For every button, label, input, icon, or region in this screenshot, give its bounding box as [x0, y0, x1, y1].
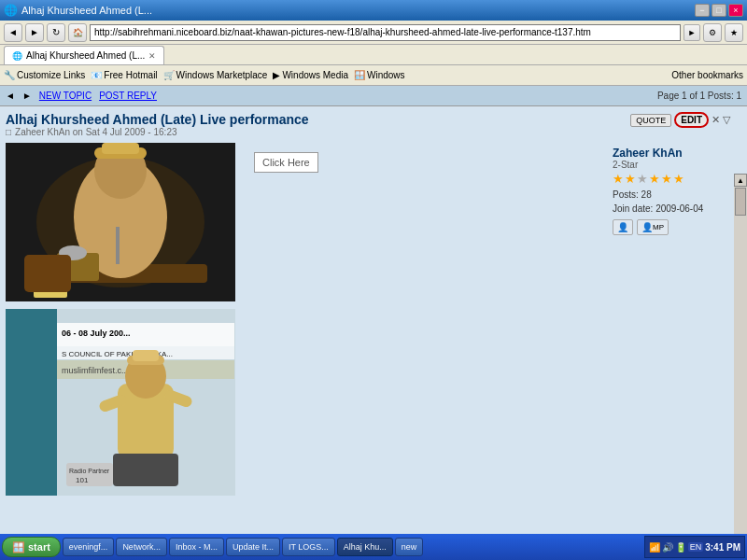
back-button[interactable]: ◄ [4, 23, 22, 42]
browser-icon: 🌐 [4, 4, 18, 17]
join-label: Join date: [613, 203, 653, 214]
quote-button[interactable]: QUOTE [630, 114, 671, 127]
browser-tab-active[interactable]: 🌐 Alhaj Khursheed Ahmed (L... ✕ [4, 46, 164, 64]
user-actions: 👤 👤MP [613, 219, 726, 235]
post-meta-icon: □ [6, 127, 11, 137]
minimize-button[interactable]: − [695, 4, 710, 17]
bookmark-label: Windows Marketplace [176, 70, 268, 80]
window-title: Alhaj Khursheed Ahmed (L... [21, 5, 695, 16]
post-images: naat [6, 143, 235, 496]
click-here-box[interactable]: Click Here [254, 152, 318, 173]
bookmark-icon: 🪟 [354, 70, 365, 80]
taskbar-item-0[interactable]: eveningf... [63, 538, 115, 556]
bookmark-windows[interactable]: 🪟 Windows [354, 70, 405, 80]
svg-rect-27 [113, 454, 178, 486]
start-label: start [28, 541, 50, 553]
prev-page-arrow[interactable]: ◄ [6, 91, 15, 101]
post-main: naat [6, 143, 609, 496]
taskbar-item-3[interactable]: Update It... [226, 538, 280, 556]
svg-rect-13 [6, 309, 62, 496]
profile-button[interactable]: 👤 [613, 219, 633, 235]
post-meta-text: Zaheer KhAn on Sat 4 Jul 2009 - 16:23 [15, 127, 176, 137]
bookmark-label: Windows Media [282, 70, 348, 80]
edit-button[interactable]: EDIT [674, 112, 709, 128]
user-rank: 2-Star [613, 160, 726, 170]
new-topic-link[interactable]: NEW TOPIC [39, 91, 92, 101]
bookmark-label: Free Hotmail [104, 70, 157, 80]
start-icon: 🪟 [12, 541, 25, 553]
star-4: ★ [649, 172, 660, 186]
post-header: Alhaj Khursheed Ahmed (Late) Live perfor… [6, 112, 730, 137]
taskbar: 🪟 start eveningf... Network... Inbox - M… [0, 534, 747, 560]
concert-image-1: naat [6, 143, 235, 301]
close-button[interactable]: × [728, 4, 743, 17]
bookmark-label: Windows [367, 70, 405, 80]
next-page-arrow[interactable]: ► [22, 91, 32, 101]
bookmark-media[interactable]: ▶ Windows Media [273, 70, 348, 80]
svg-rect-28 [66, 463, 113, 486]
posts-count: 28 [641, 189, 652, 200]
tab-label: Alhaj Khursheed Ahmed (L... [26, 50, 145, 61]
page-info: Page 1 of 1 Posts: 1 [657, 91, 741, 101]
username: Zaheer KhAn [613, 147, 726, 160]
posts-label: Posts: [613, 189, 639, 200]
taskbar-item-4[interactable]: IT LOGS... [282, 538, 335, 556]
home-button[interactable]: 🏠 [68, 23, 87, 42]
go-button[interactable]: ► [684, 24, 700, 41]
bookmark-customize[interactable]: 🔧 Customize Links [4, 70, 85, 80]
star-6: ★ [673, 172, 684, 186]
post-actions: QUOTE EDIT ✕ ▽ [630, 112, 730, 128]
star-3: ★ [637, 172, 648, 186]
post-reply-link[interactable]: POST REPLY [99, 91, 157, 101]
scroll-up-button[interactable]: ▲ [734, 174, 747, 187]
settings-post-icon[interactable]: ▽ [723, 114, 730, 126]
bookmarks-right: Other bookmarks [671, 70, 743, 80]
tray-network-icon: 📶 [649, 542, 660, 553]
profile-icon: 👤 [617, 222, 628, 232]
maximize-button[interactable]: □ [712, 4, 726, 17]
scroll-track [734, 187, 747, 534]
refresh-button[interactable]: ↻ [47, 23, 65, 42]
bookmark-label: Customize Links [17, 70, 85, 80]
svg-text:muslimfilmfest.c...: muslimfilmfest.c... [62, 366, 129, 375]
tray-language[interactable]: EN [688, 542, 704, 552]
taskbar-item-2[interactable]: Inbox - M... [169, 538, 224, 556]
svg-rect-10 [34, 281, 67, 298]
close-post-icon[interactable]: ✕ [712, 114, 720, 126]
bookmark-icon: 🔧 [4, 70, 15, 80]
user-sidebar: Zaheer KhAn 2-Star ★ ★ ★ ★ ★ ★ Posts: 28… [609, 143, 730, 496]
tab-favicon: 🌐 [12, 51, 22, 61]
pm-icon: 👤 [641, 222, 653, 232]
bookmark-marketplace[interactable]: 🛒 Windows Marketplace [163, 70, 268, 80]
scroll-thumb[interactable] [735, 188, 746, 216]
taskbar-item-5[interactable]: Alhaj Khu... [337, 538, 393, 556]
tray-clock: 3:41 PM [705, 542, 740, 553]
start-button[interactable]: 🪟 start [2, 537, 61, 557]
svg-text:101: 101 [76, 476, 89, 484]
vertical-scrollbar: ▲ ▼ [734, 174, 747, 534]
join-date: 2009-06-04 [655, 203, 703, 214]
tab-close-icon[interactable]: ✕ [148, 51, 156, 61]
page-navigation: ◄ ► NEW TOPIC POST REPLY Page 1 of 1 Pos… [0, 86, 747, 106]
other-bookmarks-button[interactable]: Other bookmarks [671, 70, 743, 80]
bookmark-icon: 📧 [91, 70, 102, 80]
tools-button[interactable]: ⚙ [703, 23, 722, 42]
star-2: ★ [625, 172, 636, 186]
bookmarks-bar: 🔧 Customize Links 📧 Free Hotmail 🛒 Windo… [0, 65, 747, 86]
taskbar-item-6[interactable]: new [395, 538, 424, 556]
window-controls: − □ × [695, 4, 743, 17]
tray-battery-icon: 🔋 [675, 542, 686, 553]
star-1: ★ [613, 172, 624, 186]
tray-volume-icon: 🔊 [662, 542, 673, 553]
address-bar[interactable] [90, 24, 681, 41]
system-tray: 📶 🔊 🔋 EN 3:41 PM [644, 536, 745, 558]
svg-text:naat: naat [37, 286, 52, 294]
bookmark-hotmail[interactable]: 📧 Free Hotmail [91, 70, 157, 80]
forward-button[interactable]: ► [25, 23, 44, 42]
svg-rect-7 [116, 227, 120, 264]
favorites-button[interactable]: ★ [725, 23, 743, 42]
svg-rect-24 [133, 350, 159, 361]
pm-button[interactable]: 👤MP [637, 219, 669, 235]
taskbar-item-1[interactable]: Network... [116, 538, 167, 556]
user-join: Join date: 2009-06-04 [613, 203, 726, 214]
